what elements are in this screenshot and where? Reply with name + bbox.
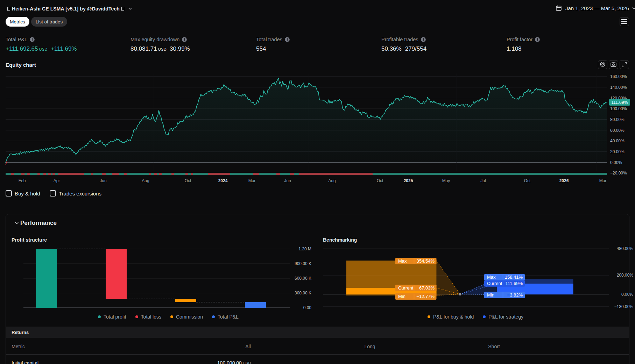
- svg-text:0.00%: 0.00%: [621, 292, 633, 297]
- svg-text:200.00%: 200.00%: [617, 273, 634, 278]
- svg-text:480.00%: 480.00%: [617, 246, 634, 251]
- svg-text:354.54%: 354.54%: [417, 258, 435, 264]
- svg-text:−130.00%: −130.00%: [614, 304, 634, 309]
- svg-text:Current: Current: [398, 285, 414, 291]
- svg-text:67.03%: 67.03%: [419, 285, 435, 291]
- svg-text:Min: Min: [398, 294, 405, 299]
- svg-text:Min: Min: [487, 292, 494, 298]
- svg-text:Current: Current: [487, 281, 502, 286]
- svg-text:−3.82%: −3.82%: [507, 292, 523, 298]
- svg-text:1.20 M: 1.20 M: [298, 247, 311, 251]
- svg-text:111.69%: 111.69%: [506, 281, 523, 286]
- svg-text:300.00 K: 300.00 K: [295, 291, 311, 295]
- svg-text:158.41%: 158.41%: [505, 274, 523, 280]
- svg-text:900.00 K: 900.00 K: [295, 261, 311, 266]
- svg-text:Max: Max: [487, 274, 496, 280]
- svg-text:−12.77%: −12.77%: [416, 294, 435, 299]
- svg-text:Max: Max: [398, 258, 407, 264]
- svg-text:0.00: 0.00: [303, 305, 312, 310]
- svg-text:600.00 K: 600.00 K: [295, 276, 311, 281]
